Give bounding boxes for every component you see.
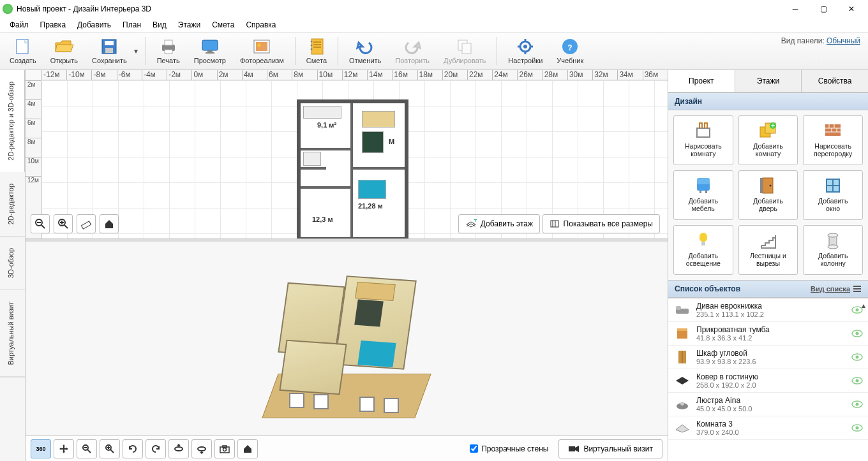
object-row[interactable]: Ковер в гостиную258.0 x 192.0 x 2.0: [668, 369, 868, 393]
object-row[interactable]: Диван еврокнижка235.1 x 113.1 x 102.2: [668, 298, 868, 322]
design-card-2[interactable]: Нарисоватьперегородку: [803, 115, 863, 165]
zoom-in-3d-button[interactable]: [100, 439, 120, 458]
printer-icon: [159, 38, 178, 55]
toolbar-settings[interactable]: Настройки: [501, 33, 550, 69]
svg-point-23: [523, 45, 527, 48]
objects-list[interactable]: ▴ Диван еврокнижка235.1 x 113.1 x 102.2П…: [668, 298, 868, 461]
menu-view[interactable]: Вид: [147, 18, 172, 31]
viewport-3d[interactable]: 360 Прозрачные стены Виртуальный визит: [26, 242, 668, 461]
zoom-out-button[interactable]: [31, 214, 50, 233]
rtab-project[interactable]: Проект: [668, 70, 735, 92]
object-row[interactable]: Комната 3379.0 x 240.0: [668, 416, 868, 440]
visibility-icon[interactable]: [851, 377, 863, 384]
rtab-floors[interactable]: Этажи: [735, 70, 802, 92]
add-floor-button[interactable]: + Добавить этаж: [458, 214, 540, 233]
right-tabs: Проект Этажи Свойства: [668, 70, 868, 92]
menu-file[interactable]: Файл: [4, 18, 34, 31]
minimize-button[interactable]: ─: [781, 0, 809, 18]
menu-add[interactable]: Добавить: [71, 18, 117, 31]
workspace: 2D-редактор и 3D-обзор 2D-редактор 3D-об…: [0, 70, 868, 461]
design-card-6[interactable]: Добавитьосвещение: [673, 225, 733, 275]
tilt-up-button[interactable]: [168, 439, 189, 458]
scroll-up-icon[interactable]: ▴: [862, 301, 865, 310]
svg-rect-68: [697, 178, 710, 184]
orbit-360-button[interactable]: 360: [31, 439, 51, 458]
house-3d-model[interactable]: [264, 265, 430, 425]
measure-button[interactable]: [77, 214, 96, 233]
home-2d-button[interactable]: [100, 214, 119, 233]
design-card-7[interactable]: Лестницы ивырезы: [738, 225, 798, 275]
svg-rect-2: [105, 41, 114, 45]
svg-rect-71: [763, 178, 773, 193]
center-column: -12м-10м-8м-6м-4м-2м0м2м4м6м8м10м12м14м1…: [26, 70, 668, 461]
svg-point-50: [198, 447, 206, 451]
maximize-button[interactable]: ▢: [809, 0, 837, 18]
transparent-walls-checkbox[interactable]: Прозрачные стены: [470, 444, 548, 453]
visibility-icon[interactable]: [851, 353, 863, 361]
svg-point-99: [680, 402, 684, 406]
svg-point-72: [770, 185, 772, 187]
list-view-icon[interactable]: [853, 284, 862, 293]
object-row[interactable]: Шкаф угловой93.9 x 93.8 x 223.6: [668, 346, 868, 369]
toolbar-preview[interactable]: Просмотр: [187, 33, 233, 69]
toolbar-redo[interactable]: Повторить: [388, 33, 437, 69]
zoom-in-button[interactable]: [54, 214, 73, 233]
ltab-2d-3d[interactable]: 2D-редактор и 3D-обзор: [0, 70, 25, 172]
ltab-2d[interactable]: 2D-редактор: [0, 172, 25, 237]
toolbar-photoreal[interactable]: Фотореализм: [233, 33, 291, 69]
design-card-5[interactable]: Добавитьокно: [803, 170, 863, 220]
svg-rect-89: [677, 328, 687, 331]
svg-rect-82: [853, 288, 861, 289]
pan-button[interactable]: [54, 439, 74, 458]
object-row[interactable]: Люстра Aina45.0 x 45.0 x 50.0: [668, 393, 868, 416]
menu-estimate[interactable]: Смета: [206, 18, 240, 31]
show-sizes-button[interactable]: Показывать все размеры: [542, 214, 660, 233]
toolbar-tutorial[interactable]: ? Учебник: [550, 33, 590, 69]
visibility-icon[interactable]: [851, 400, 863, 408]
object-row[interactable]: Прикроватная тумба41.8 x 36.3 x 41.2: [668, 322, 868, 346]
snapshot-button[interactable]: [214, 439, 235, 458]
toolbar-print[interactable]: Печать: [150, 33, 187, 69]
menu-plan[interactable]: План: [117, 18, 147, 31]
design-card-1[interactable]: +Добавитькомнату: [738, 115, 798, 165]
design-card-0[interactable]: Нарисоватькомнату: [673, 115, 733, 165]
design-card-3[interactable]: Добавитьмебель: [673, 170, 733, 220]
design-card-8[interactable]: Добавитьколонну: [803, 225, 863, 275]
visibility-icon[interactable]: [851, 424, 863, 432]
save-icon: [100, 38, 119, 55]
menu-edit[interactable]: Правка: [34, 18, 72, 31]
toolbar-open[interactable]: Открыть: [43, 33, 85, 69]
home-3d-button[interactable]: [237, 439, 258, 458]
design-card-4[interactable]: Добавитьдверь: [738, 170, 798, 220]
close-button[interactable]: ✕: [837, 0, 865, 18]
viewport-2d[interactable]: -12м-10м-8м-6м-4м-2м0м2м4м6м8м10м12м14м1…: [26, 70, 668, 239]
ltab-virtual[interactable]: Виртуальный визит: [0, 290, 25, 377]
tilt-down-button[interactable]: [191, 439, 212, 458]
virtual-visit-button[interactable]: Виртуальный визит: [558, 439, 662, 458]
help-icon: ?: [560, 38, 580, 55]
redo-icon: [403, 38, 422, 55]
rotate-left-button[interactable]: [123, 439, 143, 458]
visibility-icon[interactable]: [851, 330, 863, 337]
rotate-right-button[interactable]: [146, 439, 166, 458]
toolbar-duplicate[interactable]: Дублировать: [437, 33, 493, 69]
menu-floors[interactable]: Этажи: [172, 18, 206, 31]
ltab-3d[interactable]: 3D-обзор: [0, 237, 25, 290]
svg-rect-7: [202, 40, 218, 50]
menu-help[interactable]: Справка: [240, 18, 281, 31]
svg-rect-5: [165, 40, 172, 45]
rtab-properties[interactable]: Свойства: [802, 70, 868, 92]
toolbar-undo[interactable]: Отменить: [342, 33, 388, 69]
layers-icon: +: [465, 219, 477, 228]
toolbar-estimate[interactable]: Смета: [299, 33, 334, 69]
toolbar-create[interactable]: Создать: [3, 33, 43, 69]
floor-plan[interactable]: 9,1 м² 12,3 м 21,28 м М: [297, 99, 408, 239]
svg-rect-60: [825, 124, 841, 136]
design-grid: Нарисоватькомнату+ДобавитькомнатуНарисов…: [668, 110, 868, 280]
list-view-link[interactable]: Вид списка: [811, 285, 850, 293]
toolbar-save[interactable]: Сохранить: [85, 33, 134, 69]
gear-icon: [516, 38, 535, 55]
toolbar-save-dropdown[interactable]: ▾: [134, 47, 142, 55]
panel-mode-link[interactable]: Обычный: [827, 36, 860, 45]
zoom-out-3d-button[interactable]: [77, 439, 97, 458]
